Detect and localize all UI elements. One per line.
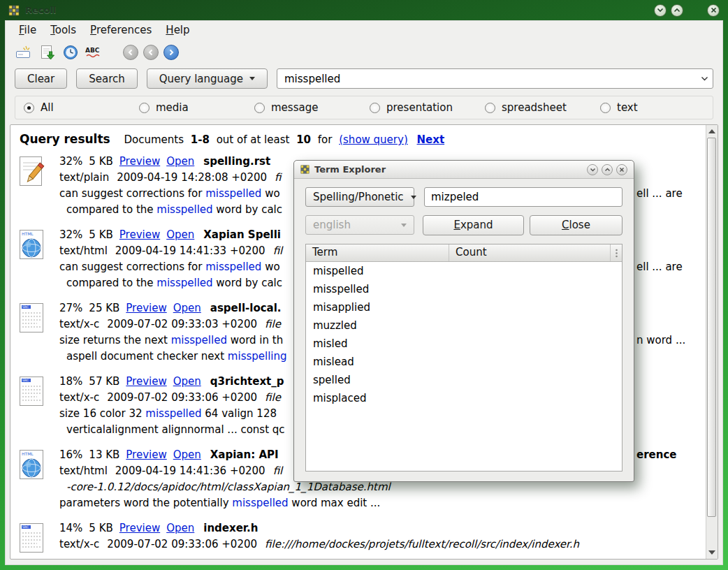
mime-type: text/html (59, 465, 108, 477)
open-link[interactable]: Open (166, 228, 194, 241)
relevance-percent: 16% (59, 448, 82, 461)
source-code-icon: SRC (17, 300, 59, 365)
result-title: indexer.h (203, 522, 258, 534)
result-url-continued: -core-1.0.12/docs/apidoc/html/classXapia… (66, 481, 391, 493)
close-button[interactable] (707, 4, 720, 17)
dialog-shade-button[interactable] (587, 164, 598, 175)
scroll-down-icon[interactable] (706, 547, 718, 558)
preview-link[interactable]: Preview (126, 448, 166, 461)
term-row[interactable]: misplaced (306, 389, 622, 407)
column-header-term[interactable]: Term (306, 244, 449, 261)
highlighted-term: misspelling (228, 350, 287, 363)
mime-type: text/x-c (59, 318, 99, 330)
combobox-chevron-icon[interactable] (696, 69, 713, 88)
save-results-icon[interactable] (37, 43, 56, 62)
dialog-close-button[interactable] (616, 164, 627, 175)
query-language-dropdown[interactable]: Query language (147, 68, 268, 89)
chevron-down-icon (401, 224, 407, 227)
term-row[interactable]: misspelled (306, 280, 622, 298)
term-row[interactable]: misapplied (306, 298, 622, 316)
spellcheck-icon[interactable]: ABC (85, 43, 103, 62)
clear-search-icon[interactable] (13, 43, 32, 62)
mime-type: text/html (59, 244, 108, 257)
highlighted-term: misspelled (156, 203, 212, 216)
html-document-icon: HTML (17, 227, 59, 291)
mime-type: text/x-c (59, 391, 99, 404)
open-link[interactable]: Open (173, 302, 201, 314)
result-date: 2009-04-19 14:28:08 +0200 (117, 171, 267, 184)
term-row[interactable]: muzzled (306, 316, 622, 335)
preview-link[interactable]: Preview (126, 375, 166, 388)
first-page-icon[interactable] (123, 45, 138, 60)
show-query-link[interactable]: (show query) (339, 133, 408, 146)
previous-page-icon[interactable] (143, 45, 159, 60)
next-results-link[interactable]: Next (417, 133, 445, 146)
dialog-maximize-button[interactable] (602, 164, 613, 175)
chevron-down-icon (411, 196, 416, 199)
filter-radio-media[interactable]: media (139, 101, 254, 114)
html-document-icon: HTML (17, 447, 59, 511)
chevron-down-icon (249, 77, 255, 80)
shade-button[interactable] (654, 4, 667, 17)
scrollbar-thumb[interactable] (707, 138, 716, 517)
next-page-icon[interactable] (163, 45, 179, 60)
search-query-input[interactable] (277, 73, 696, 85)
result-url: file:///home/dockes/projets/fulltext/rec… (265, 538, 579, 550)
preview-link[interactable]: Preview (119, 155, 160, 168)
table-header: Term Count (306, 244, 622, 262)
open-link[interactable]: Open (173, 448, 201, 461)
term-row[interactable]: mispelled (306, 262, 622, 280)
term-row[interactable]: spelled (306, 371, 622, 389)
expand-button[interactable]: Expand (423, 215, 524, 235)
scroll-up-icon[interactable] (706, 126, 718, 137)
term-explorer-titlebar: Term Explorer (294, 161, 634, 179)
search-button[interactable]: Search (76, 68, 138, 89)
results-scrollbar[interactable] (706, 125, 718, 559)
clear-button[interactable]: Clear (15, 68, 67, 89)
filter-radio-spreadsheet[interactable]: spreadsheet (485, 101, 600, 114)
open-link[interactable]: Open (166, 522, 194, 534)
close-dialog-button[interactable]: Close (530, 215, 623, 235)
radio-icon (139, 103, 150, 113)
history-icon[interactable] (61, 43, 80, 62)
menu-preferences[interactable]: Preferences (83, 22, 159, 38)
result-date: 2009-07-02 09:33:03 +0200 (107, 318, 257, 330)
result-url: file (265, 391, 281, 404)
maximize-button[interactable] (671, 4, 683, 17)
desktop: Recoll File Tools Preferences Help ABC (0, 0, 728, 570)
file-size: 13 KB (89, 448, 119, 461)
term-row[interactable]: mislead (306, 353, 622, 371)
result-date: 2009-07-02 09:33:06 +0200 (107, 391, 257, 404)
source-code-icon: SRC (17, 520, 59, 556)
filter-radio-all[interactable]: All (24, 101, 139, 114)
column-header-count[interactable]: Count (449, 244, 611, 261)
radio-icon (485, 103, 495, 113)
filter-radio-presentation[interactable]: presentation (370, 101, 485, 114)
menu-help[interactable]: Help (159, 22, 196, 38)
term-row[interactable]: misled (306, 335, 622, 353)
relevance-percent: 14% (59, 522, 82, 534)
language-select[interactable]: english (305, 215, 414, 235)
header-menu-icon[interactable] (611, 244, 622, 261)
expansion-mode-select[interactable]: Spelling/Phonetic (305, 187, 414, 207)
result-date: 2009-07-02 09:33:06 +0200 (107, 538, 257, 550)
preview-link[interactable]: Preview (119, 228, 160, 241)
recoll-logo-icon (300, 165, 310, 174)
term-explorer-body: Spelling/Phonetic english Expand Close T… (294, 179, 634, 481)
mime-type: text/plain (59, 171, 109, 184)
preview-link[interactable]: Preview (126, 302, 166, 314)
term-input-wrap (424, 187, 623, 207)
window-title: Recoll (25, 5, 650, 15)
preview-link[interactable]: Preview (119, 522, 160, 534)
results-title: Query results (20, 132, 110, 146)
filter-radio-text[interactable]: text (600, 101, 638, 114)
open-link[interactable]: Open (166, 155, 194, 168)
file-size: 25 KB (89, 302, 119, 314)
dialog-title: Term Explorer (314, 164, 583, 175)
menu-tools[interactable]: Tools (43, 22, 83, 38)
menu-file[interactable]: File (12, 22, 43, 38)
open-link[interactable]: Open (173, 375, 201, 388)
term-input[interactable] (424, 187, 623, 207)
recoll-logo-icon (8, 5, 20, 16)
filter-radio-message[interactable]: message (254, 101, 370, 114)
